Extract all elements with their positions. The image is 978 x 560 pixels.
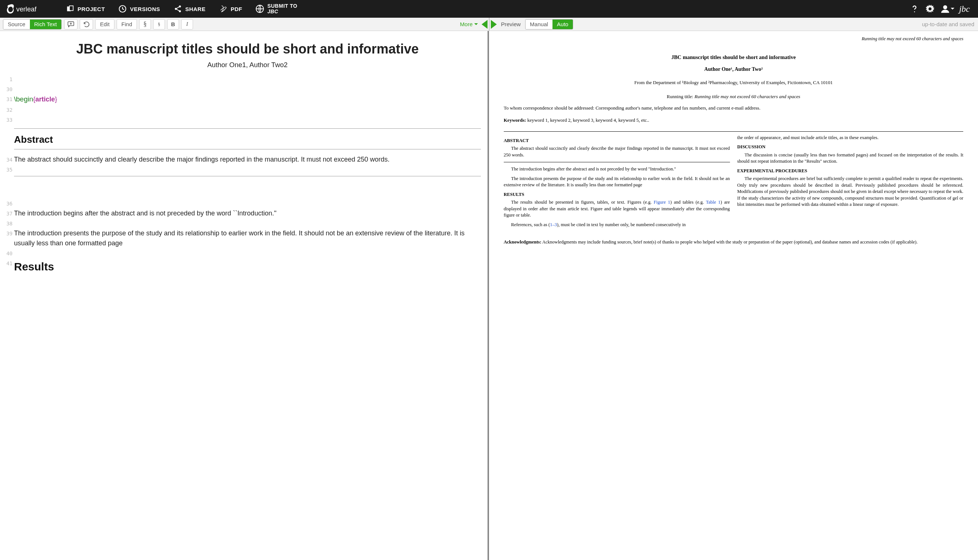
section-heading-abstract[interactable]: Abstract (14, 134, 481, 145)
editor-mode-segment: Source Rich Text (3, 19, 62, 30)
pdf-h-discussion: DISCUSSION (738, 144, 964, 150)
line-number: 41 (2, 260, 13, 267)
editor-text[interactable]: The abstract should succinctly and clear… (14, 156, 390, 163)
nav-submit-l2: JBC (267, 9, 297, 14)
pdf-correspondence: To whom correspondence should be address… (504, 105, 964, 112)
pdf-running-header: Running title may not exceed 60 characte… (504, 36, 964, 42)
line-number: 35 (2, 166, 13, 174)
settings-button[interactable] (922, 0, 938, 18)
pdf-keywords: Keywords: keyword 1, keyword 2, keyword … (504, 117, 964, 123)
pdf-col-right: the order of appearance, and must includ… (738, 135, 964, 231)
editor-authors[interactable]: Author One1, Author Two2 (14, 61, 481, 69)
pdf-affiliation: From the Department of ¹Biology and ²Pha… (504, 80, 964, 86)
workspace: JBC manuscript titles should be short an… (0, 31, 978, 560)
journal-brand-link[interactable]: jbc (957, 4, 974, 14)
editor-text[interactable]: The introduction begins after the abstra… (14, 210, 276, 217)
subsection-button[interactable]: § (153, 19, 165, 30)
nav-project-label: PROJECT (77, 6, 105, 12)
nav-pdf[interactable]: PDF (212, 0, 249, 18)
pdf-p: References, such as (1–3), must be cited… (504, 222, 730, 228)
pdf-p: The introduction presents the purpose of… (504, 176, 730, 188)
pdf-running-title: Running title: Running title may not exc… (504, 94, 964, 100)
pdf-preview-pane[interactable]: Running title may not exceed 60 characte… (489, 31, 978, 560)
pdf-p: The experimental procedures are brief bu… (738, 176, 964, 208)
tex-begin[interactable]: \begin (14, 95, 33, 103)
line-number: 31 (2, 95, 13, 103)
pdf-h-abstract: ABSTRACT (504, 138, 730, 144)
svg-point-10 (943, 5, 947, 9)
tex-env[interactable]: article (35, 95, 55, 103)
svg-point-9 (929, 8, 931, 10)
nav-versions-label: VERSIONS (130, 6, 160, 12)
pdf-icon (219, 5, 228, 13)
line-number: 34 (2, 156, 13, 164)
richtext-mode-button[interactable]: Rich Text (30, 20, 61, 29)
section-rule (14, 149, 481, 149)
top-navbar: verleaf PROJECT VERSIONS SHARE PDF (0, 0, 978, 18)
pdf-p: The introduction begins after the abstra… (504, 166, 730, 173)
save-status: up-to-date and saved (922, 21, 974, 27)
manual-compile-button[interactable]: Manual (526, 20, 552, 29)
pdf-ref-figure: Figure 1 (654, 200, 670, 205)
history-icon (118, 5, 127, 13)
line-number: 38 (2, 220, 13, 228)
globe-icon (255, 5, 264, 13)
svg-rect-2 (69, 6, 73, 11)
pdf-authors: Author One¹, Author Two² (504, 67, 964, 72)
nav-submit-l1: SUBMIT TO (267, 3, 297, 9)
pdf-rule (504, 131, 964, 132)
account-menu[interactable] (938, 0, 957, 18)
italic-button[interactable]: I (181, 19, 193, 30)
pdf-ref-citation: 1–3 (550, 222, 557, 227)
overleaf-logo[interactable]: verleaf (0, 0, 59, 18)
svg-text:verleaf: verleaf (16, 5, 37, 13)
section-heading-results[interactable]: Results (14, 260, 54, 273)
pdf-acknowledgments: Acknowledgments: Acknowledgments may inc… (504, 239, 964, 246)
nav-pdf-label: PDF (231, 6, 242, 12)
line-number: 39 (2, 230, 13, 238)
preview-label: Preview (498, 21, 524, 27)
undo-history-button[interactable] (80, 19, 93, 30)
pdf-rule (504, 162, 730, 162)
pdf-p: The results should be presented in figur… (504, 199, 730, 219)
pdf-title: JBC manuscript titles should be short an… (504, 54, 964, 60)
nav-submit[interactable]: SUBMIT TO JBC (249, 0, 304, 18)
bold-button[interactable]: B (167, 19, 179, 30)
line-number: 37 (2, 210, 13, 218)
line-number: 32 (2, 106, 13, 114)
pdf-p: The abstract should succinctly and clear… (504, 145, 730, 158)
pdf-p: The discussion is concise (usually less … (738, 152, 964, 165)
section-button[interactable]: § (139, 19, 151, 30)
collapse-preview-button[interactable] (491, 20, 497, 29)
pdf-h-results: RESULTS (504, 192, 730, 198)
pdf-p: the order of appearance, and must includ… (738, 135, 964, 141)
collapse-editor-button[interactable] (482, 20, 487, 29)
svg-point-8 (914, 12, 915, 13)
nav-share[interactable]: SHARE (167, 0, 212, 18)
compile-mode-segment: Manual Auto (525, 19, 573, 30)
nav-share-label: SHARE (185, 6, 205, 12)
edit-menu-button[interactable]: Edit (95, 19, 114, 30)
editor-text[interactable]: The introduction presents the purpose of… (14, 230, 465, 247)
more-label: More (460, 21, 472, 27)
project-icon (66, 5, 75, 13)
pdf-columns: ABSTRACT The abstract should succinctly … (504, 135, 964, 231)
line-number: 33 (2, 116, 13, 124)
editor-pane[interactable]: JBC manuscript titles should be short an… (0, 31, 489, 560)
auto-compile-button[interactable]: Auto (552, 20, 573, 29)
line-number: 40 (2, 250, 13, 257)
add-comment-button[interactable] (64, 19, 77, 30)
nav-versions[interactable]: VERSIONS (112, 0, 167, 18)
toolbar-row: Source Rich Text Edit Find § § B I More … (0, 18, 978, 31)
preview-toolbar: Preview Manual Auto up-to-date and saved (489, 18, 978, 31)
more-menu[interactable]: More (457, 21, 480, 27)
editor-toolbar: Source Rich Text Edit Find § § B I More (0, 18, 489, 31)
help-button[interactable] (907, 0, 922, 18)
source-mode-button[interactable]: Source (3, 20, 30, 29)
section-rule (14, 128, 481, 129)
pdf-ref-table: Table 1 (706, 200, 721, 205)
find-button[interactable]: Find (117, 19, 137, 30)
editor-title[interactable]: JBC manuscript titles should be short an… (14, 41, 481, 57)
line-number: 30 (2, 86, 13, 93)
nav-project[interactable]: PROJECT (59, 0, 112, 18)
